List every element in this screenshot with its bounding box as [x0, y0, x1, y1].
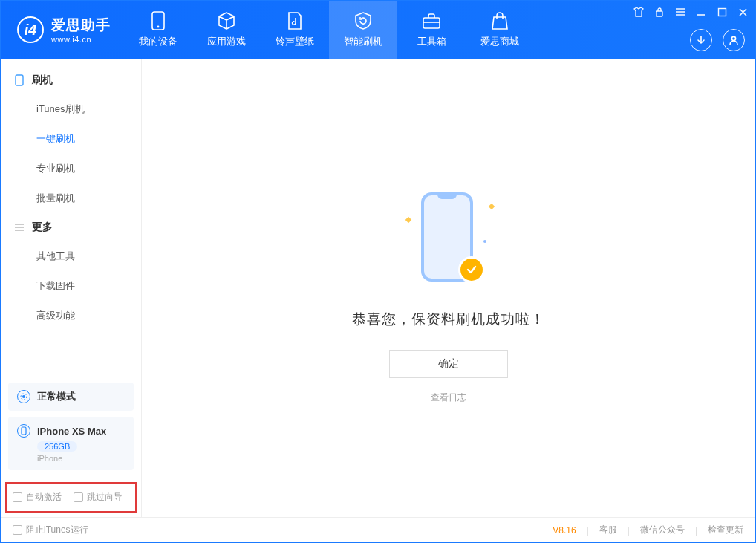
body: 刷机 iTunes刷机 一键刷机 专业刷机 批量刷机 更多 其他工具 下载固件 … [1, 59, 755, 517]
svg-rect-9 [22, 427, 26, 435]
main-content: 恭喜您，保资料刷机成功啦！ 确定 查看日志 [142, 59, 755, 517]
music-file-icon [285, 11, 304, 30]
storage-badge: 256GB [37, 441, 77, 452]
svg-rect-4 [718, 8, 726, 16]
footer-right: V8.16 | 客服 | 微信公众号 | 检查更新 [553, 524, 743, 536]
device-type: iPhone [37, 454, 125, 463]
logo-icon: i4 [17, 16, 44, 43]
view-log-link[interactable]: 查看日志 [431, 391, 466, 404]
sparkle-icon [489, 204, 495, 209]
svg-point-5 [731, 36, 735, 40]
tab-label: 我的设备 [139, 35, 177, 48]
phone-icon [14, 75, 25, 85]
sidebar-item-advanced[interactable]: 高级功能 [1, 301, 141, 331]
sidebar-item-download-firmware[interactable]: 下载固件 [1, 271, 141, 301]
sidebar-item-batch-flash[interactable]: 批量刷机 [1, 183, 141, 213]
device-cards: 正常模式 iPhone XS Max 256GB iPhone [1, 377, 141, 476]
logo-area: i4 爱思助手 www.i4.cn [1, 1, 124, 59]
header: i4 爱思助手 www.i4.cn 我的设备 应用游戏 [1, 1, 755, 59]
mode-card[interactable]: 正常模式 [8, 383, 134, 411]
tshirt-icon[interactable] [632, 5, 645, 19]
tab-label: 爱思商城 [480, 35, 519, 48]
lock-icon[interactable] [653, 5, 666, 19]
list-icon [14, 222, 25, 233]
tab-smart-flash[interactable]: 智能刷机 [329, 1, 397, 59]
header-round-buttons [690, 29, 745, 51]
device-icon [149, 11, 168, 30]
device-phone-icon [17, 424, 30, 438]
tab-ringtone-wallpaper[interactable]: 铃声壁纸 [261, 1, 329, 59]
sidebar-item-pro-flash[interactable]: 专业刷机 [1, 154, 141, 183]
main-tabs: 我的设备 应用游戏 铃声壁纸 智能刷机 [124, 1, 534, 59]
tab-label: 工具箱 [417, 35, 446, 48]
sidebar: 刷机 iTunes刷机 一键刷机 专业刷机 批量刷机 更多 其他工具 下载固件 … [1, 59, 142, 517]
device-name: iPhone XS Max [37, 426, 106, 437]
menu-icon[interactable] [674, 5, 687, 19]
success-message: 恭喜您，保资料刷机成功啦！ [352, 310, 545, 329]
sidebar-item-oneclick-flash[interactable]: 一键刷机 [1, 124, 141, 154]
svg-point-1 [157, 26, 160, 28]
tab-label: 铃声壁纸 [276, 35, 314, 48]
cb-skip-guide[interactable]: 跳过向导 [74, 491, 123, 504]
sidebar-group-flash[interactable]: 刷机 [1, 66, 141, 94]
app-name: 爱思助手 [51, 16, 111, 35]
cb-label: 阻止iTunes运行 [26, 524, 88, 536]
footer: 阻止iTunes运行 V8.16 | 客服 | 微信公众号 | 检查更新 [1, 517, 755, 542]
minimize-icon[interactable] [694, 5, 708, 19]
sparkle-icon [405, 217, 411, 223]
checkbox-icon [74, 492, 83, 502]
ok-button[interactable]: 确定 [389, 350, 508, 378]
tab-label: 智能刷机 [344, 35, 382, 48]
footer-link-wechat[interactable]: 微信公众号 [640, 524, 685, 536]
sidebar-scroll: 刷机 iTunes刷机 一键刷机 专业刷机 批量刷机 更多 其他工具 下载固件 … [1, 59, 141, 377]
app-window: i4 爱思助手 www.i4.cn 我的设备 应用游戏 [0, 0, 756, 543]
tab-apps-games[interactable]: 应用游戏 [192, 1, 261, 59]
window-controls [632, 5, 749, 19]
sparkle-icon [483, 240, 486, 243]
tab-store[interactable]: 爱思商城 [466, 1, 534, 59]
version-label: V8.16 [553, 525, 576, 536]
shield-refresh-icon [353, 11, 373, 30]
user-button[interactable] [723, 29, 745, 51]
cb-block-itunes[interactable]: 阻止iTunes运行 [13, 524, 88, 536]
tab-label: 应用游戏 [207, 35, 246, 48]
success-illustration [408, 192, 489, 289]
mode-label: 正常模式 [37, 390, 76, 403]
mode-icon [17, 390, 30, 403]
flash-options-box: 自动激活 跳过向导 [5, 482, 137, 513]
cb-auto-activate[interactable]: 自动激活 [13, 491, 62, 504]
group-title: 刷机 [32, 74, 53, 87]
sidebar-item-other-tools[interactable]: 其他工具 [1, 241, 141, 271]
cb-label: 自动激活 [26, 491, 62, 504]
checkbox-icon [13, 492, 22, 502]
cb-label: 跳过向导 [87, 491, 123, 504]
svg-rect-6 [16, 75, 23, 85]
sidebar-item-itunes-flash[interactable]: iTunes刷机 [1, 94, 141, 124]
bag-icon [490, 11, 509, 30]
group-title: 更多 [32, 221, 53, 234]
toolbox-icon [422, 11, 441, 30]
sidebar-group-more[interactable]: 更多 [1, 213, 141, 241]
checkbox-icon [13, 525, 22, 535]
svg-rect-3 [656, 11, 662, 16]
svg-rect-2 [423, 18, 440, 28]
check-badge-icon [458, 256, 485, 283]
footer-link-support[interactable]: 客服 [599, 524, 617, 536]
download-button[interactable] [690, 29, 712, 51]
cube-icon [217, 11, 236, 30]
tab-toolbox[interactable]: 工具箱 [397, 1, 466, 59]
svg-point-7 [22, 395, 25, 398]
app-url: www.i4.cn [51, 35, 111, 44]
device-card[interactable]: iPhone XS Max 256GB iPhone [8, 417, 134, 470]
maximize-icon[interactable] [715, 5, 729, 19]
close-icon[interactable] [736, 5, 749, 19]
footer-link-update[interactable]: 检查更新 [708, 524, 743, 536]
tab-my-device[interactable]: 我的设备 [124, 1, 192, 59]
